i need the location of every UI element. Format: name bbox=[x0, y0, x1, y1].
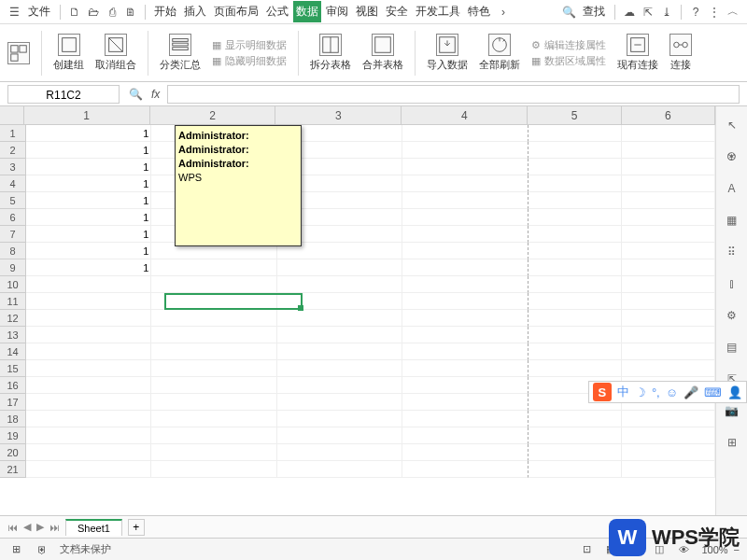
cell[interactable]: 1 bbox=[26, 259, 151, 276]
row-header[interactable]: 21 bbox=[0, 461, 26, 478]
cell[interactable] bbox=[151, 293, 276, 310]
font-icon[interactable]: A bbox=[723, 179, 741, 198]
cell[interactable] bbox=[26, 377, 151, 394]
cell[interactable] bbox=[26, 343, 151, 360]
tab-next-icon[interactable]: ▶ bbox=[36, 521, 44, 533]
settings-icon[interactable]: ⚙ bbox=[723, 306, 741, 325]
connections-button[interactable]: 连接 bbox=[669, 34, 692, 72]
share-icon[interactable]: ⇱ bbox=[640, 4, 656, 21]
help-icon[interactable]: ? bbox=[687, 4, 704, 21]
cell[interactable] bbox=[529, 125, 622, 142]
hide-detail-button[interactable]: ▦隐藏明细数据 bbox=[212, 54, 287, 68]
create-group-button[interactable]: 创建组 bbox=[53, 34, 84, 72]
cell[interactable] bbox=[402, 276, 528, 293]
cursor-icon[interactable]: ↖ bbox=[723, 116, 741, 134]
cell[interactable] bbox=[26, 276, 151, 293]
row-header[interactable]: 11 bbox=[0, 293, 26, 310]
shield-icon[interactable]: ⛨ bbox=[34, 541, 50, 558]
row-header[interactable]: 14 bbox=[0, 343, 26, 360]
cell[interactable] bbox=[529, 192, 622, 209]
name-box[interactable]: R11C2 bbox=[7, 85, 120, 104]
import-data-button[interactable]: 导入数据 bbox=[427, 34, 468, 72]
cell[interactable] bbox=[277, 377, 402, 394]
cell[interactable]: 1 bbox=[26, 192, 151, 209]
cell[interactable] bbox=[529, 461, 622, 478]
tab-view[interactable]: 视图 bbox=[353, 1, 381, 22]
tab-formula[interactable]: 公式 bbox=[263, 1, 291, 22]
cell[interactable]: 1 bbox=[26, 209, 151, 226]
cell[interactable] bbox=[622, 125, 715, 142]
cell[interactable] bbox=[529, 427, 622, 444]
cloud-icon[interactable]: ☁ bbox=[621, 4, 638, 21]
menu-icon[interactable]: ☰ bbox=[6, 4, 22, 21]
cell[interactable] bbox=[622, 142, 715, 159]
col-header[interactable]: 6 bbox=[622, 106, 715, 124]
cell[interactable] bbox=[151, 343, 276, 360]
cell[interactable] bbox=[151, 327, 276, 343]
cell[interactable] bbox=[622, 411, 715, 427]
cell[interactable] bbox=[277, 444, 402, 461]
cell[interactable] bbox=[529, 444, 622, 461]
cell[interactable] bbox=[402, 192, 528, 209]
cell[interactable] bbox=[622, 276, 715, 293]
fx-button[interactable]: fx bbox=[151, 88, 160, 101]
select-all-corner[interactable] bbox=[0, 106, 24, 125]
cell[interactable]: 1 bbox=[26, 125, 151, 142]
cell[interactable] bbox=[26, 327, 151, 343]
cell[interactable] bbox=[402, 310, 528, 327]
cell[interactable] bbox=[151, 377, 276, 394]
cell[interactable] bbox=[622, 192, 715, 209]
tab-review[interactable]: 审阅 bbox=[323, 1, 351, 22]
cell[interactable] bbox=[529, 259, 622, 276]
cell[interactable] bbox=[402, 377, 528, 394]
cell[interactable]: 1 bbox=[26, 175, 151, 192]
cell[interactable] bbox=[529, 243, 622, 259]
cell[interactable] bbox=[622, 293, 715, 310]
subtotal-button[interactable]: 分类汇总 bbox=[160, 34, 201, 72]
cell[interactable] bbox=[529, 209, 622, 226]
row-header[interactable]: 2 bbox=[0, 142, 26, 159]
cell[interactable] bbox=[622, 226, 715, 243]
cell[interactable] bbox=[277, 360, 402, 377]
row-header[interactable]: 13 bbox=[0, 327, 26, 343]
cell[interactable] bbox=[622, 343, 715, 360]
cell[interactable] bbox=[402, 411, 528, 427]
cell[interactable] bbox=[277, 293, 402, 310]
cell[interactable] bbox=[402, 444, 528, 461]
cell[interactable] bbox=[277, 427, 402, 444]
cell[interactable] bbox=[26, 427, 151, 444]
cell[interactable] bbox=[529, 293, 622, 310]
cell[interactable] bbox=[402, 243, 528, 259]
cell[interactable] bbox=[529, 142, 622, 159]
cell[interactable] bbox=[151, 360, 276, 377]
sheet-tab[interactable]: Sheet1 bbox=[65, 519, 122, 536]
row-header[interactable]: 12 bbox=[0, 310, 26, 327]
merge-table-button[interactable]: 合并表格 bbox=[362, 34, 403, 72]
table-icon[interactable]: ▦ bbox=[723, 211, 741, 230]
cell[interactable] bbox=[277, 310, 402, 327]
ime-lang[interactable]: 中 bbox=[617, 384, 629, 400]
ime-moon-icon[interactable]: ☽ bbox=[635, 385, 646, 399]
tab-data[interactable]: 数据 bbox=[293, 1, 321, 22]
cell[interactable] bbox=[151, 310, 276, 327]
cell[interactable] bbox=[622, 327, 715, 343]
cell[interactable] bbox=[402, 259, 528, 276]
preview-icon[interactable]: 🗎 bbox=[122, 4, 139, 21]
row-header[interactable]: 15 bbox=[0, 360, 26, 377]
cell[interactable] bbox=[622, 461, 715, 478]
layout-icon[interactable]: ⊞ bbox=[7, 541, 24, 558]
row-header[interactable]: 5 bbox=[0, 192, 26, 209]
row-header[interactable]: 1 bbox=[0, 125, 26, 142]
more-side-icon[interactable]: ⊞ bbox=[723, 433, 741, 452]
tab-first-icon[interactable]: ⏮ bbox=[7, 522, 18, 533]
tab-last-icon[interactable]: ⏭ bbox=[49, 522, 60, 533]
cell[interactable] bbox=[26, 310, 151, 327]
cell[interactable] bbox=[622, 175, 715, 192]
cell[interactable] bbox=[402, 394, 528, 411]
cell[interactable] bbox=[26, 411, 151, 427]
cell[interactable] bbox=[151, 259, 276, 276]
cell[interactable] bbox=[529, 175, 622, 192]
ungroup-button[interactable]: 取消组合 bbox=[95, 34, 136, 72]
cell[interactable] bbox=[402, 427, 528, 444]
show-detail-button[interactable]: ▦显示明细数据 bbox=[212, 38, 287, 52]
